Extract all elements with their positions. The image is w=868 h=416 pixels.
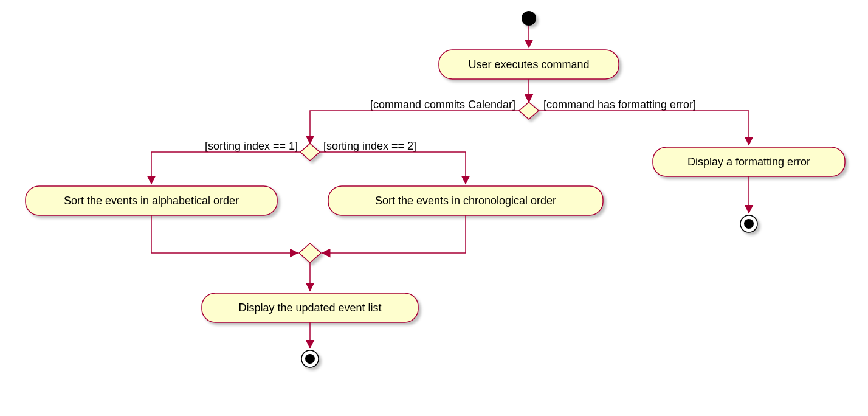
svg-marker-6 <box>299 243 321 263</box>
svg-marker-3 <box>300 144 320 161</box>
edge-d2-alpha <box>151 152 300 184</box>
svg-marker-2 <box>519 102 539 119</box>
edge-d2-chrono <box>320 152 466 184</box>
final-node-left <box>301 350 319 367</box>
activity-display-error: Display a formatting error <box>653 147 845 176</box>
initial-node <box>522 11 536 26</box>
final-node-right <box>740 215 757 232</box>
activity-user-executes-label: User executes command <box>468 58 589 71</box>
guard-formatting-error: [command has formatting error] <box>543 99 696 111</box>
activity-display-list-label: Display the updated event list <box>238 302 381 314</box>
activity-sort-alpha-label: Sort the events in alphabetical order <box>64 195 239 207</box>
edge-alpha-merge <box>151 215 298 253</box>
decision-command <box>519 102 539 119</box>
guard-commits-calendar: [command commits Calendar] <box>370 99 515 111</box>
edge-d1-d2 <box>310 111 519 144</box>
svg-point-12 <box>744 219 754 229</box>
svg-point-9 <box>305 354 315 364</box>
svg-point-0 <box>522 11 536 26</box>
activity-sort-chrono-label: Sort the events in chronological order <box>375 195 556 207</box>
activity-sort-alpha: Sort the events in alphabetical order <box>26 186 277 215</box>
guard-sort-2: [sorting index == 2] <box>323 140 416 152</box>
activity-display-error-label: Display a formatting error <box>687 156 810 168</box>
activity-sort-chrono: Sort the events in chronological order <box>328 186 603 215</box>
merge-sort <box>299 243 321 263</box>
activity-diagram: User executes command [command commits C… <box>0 0 868 416</box>
edge-chrono-merge <box>322 215 466 253</box>
decision-sorting-index <box>300 144 320 161</box>
activity-user-executes: User executes command <box>439 50 619 79</box>
activity-display-list: Display the updated event list <box>202 293 418 322</box>
edge-d1-err <box>539 111 749 145</box>
guard-sort-1: [sorting index == 1] <box>205 140 298 152</box>
